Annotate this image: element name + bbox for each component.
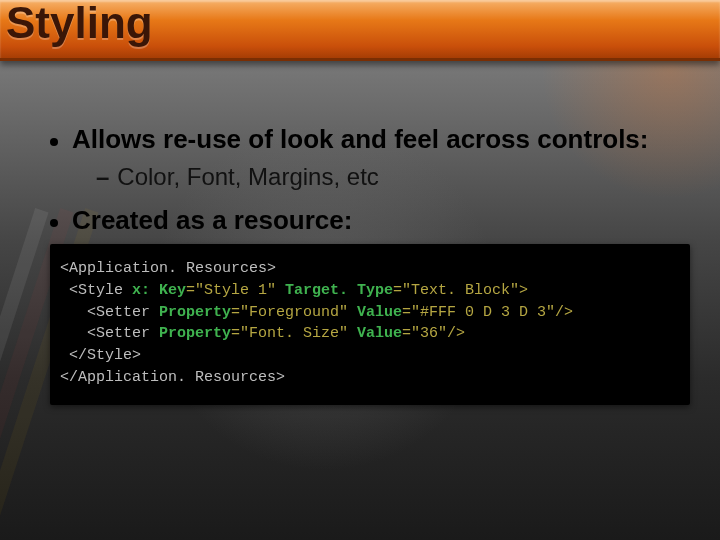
code-line: <Setter Property="Foreground" Value="#FF…: [60, 302, 680, 324]
code-token: ="#FFF 0 D 3 D 3"/>: [402, 304, 573, 321]
code-token: <Setter: [60, 325, 150, 342]
code-token: </Style>: [60, 347, 141, 364]
slide-title: Styling: [6, 0, 153, 48]
bullet-dot-icon: [50, 219, 58, 227]
code-token: ="36"/>: [402, 325, 465, 342]
bullet-level-1: Allows re-use of look and feel across co…: [50, 124, 680, 155]
code-token: ="Foreground": [231, 304, 348, 321]
bullet-text: Color, Font, Margins, etc: [117, 163, 378, 191]
code-token: Property: [150, 304, 231, 321]
code-line: <Style x: Key="Style 1" Target. Type="Te…: [60, 280, 680, 302]
code-line: </Style>: [60, 345, 680, 367]
code-line: </Application. Resources>: [60, 367, 680, 389]
code-token: </Application. Resources>: [60, 369, 285, 386]
code-token: ="Font. Size": [231, 325, 348, 342]
code-token: Value: [348, 304, 402, 321]
bullet-level-1: Created as a resource:: [50, 205, 680, 236]
bullet-level-2: – Color, Font, Margins, etc: [96, 163, 680, 191]
code-token: ="Style 1": [186, 282, 276, 299]
code-line: <Setter Property="Font. Size" Value="36"…: [60, 323, 680, 345]
bullet-dot-icon: [50, 138, 58, 146]
code-token: Value: [348, 325, 402, 342]
code-sample-box: <Application. Resources> <Style x: Key="…: [50, 244, 690, 405]
slide: Styling Allows re-use of look and feel a…: [0, 0, 720, 540]
bullet-text: Allows re-use of look and feel across co…: [72, 124, 648, 155]
code-token: Property: [150, 325, 231, 342]
code-token: ="Text. Block">: [393, 282, 528, 299]
code-token: x: Key: [123, 282, 186, 299]
code-token: <Style: [60, 282, 123, 299]
code-token: <Application. Resources>: [60, 260, 276, 277]
code-token: <Setter: [60, 304, 150, 321]
title-bar: Styling: [0, 0, 720, 61]
bullet-dash-icon: –: [96, 163, 109, 191]
slide-content: Allows re-use of look and feel across co…: [50, 124, 680, 405]
code-token: Target. Type: [276, 282, 393, 299]
code-line: <Application. Resources>: [60, 258, 680, 280]
bullet-text: Created as a resource:: [72, 205, 352, 236]
